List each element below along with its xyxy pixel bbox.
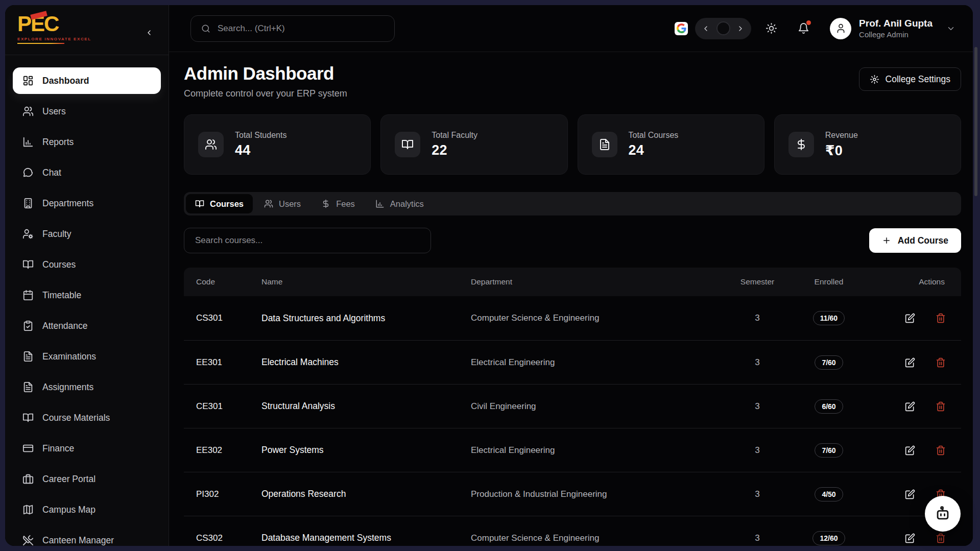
sidebar-item-examinations[interactable]: Examinations [13,343,161,370]
edit-course-button[interactable] [905,445,915,456]
edit-icon [905,445,915,456]
sidebar-item-label: Timetable [42,290,81,301]
tab-courses[interactable]: Courses [186,194,253,213]
sidebar-item-icon [22,535,34,546]
tab-label: Analytics [390,199,424,209]
stat-label: Revenue [825,131,858,140]
stats-row: Total Students 44 Total Faculty 22 [184,114,961,175]
user-icon [835,23,846,34]
stat-icon [395,132,420,157]
sidebar-item-career-portal[interactable]: Career Portal [13,466,161,492]
stat-card-total-courses: Total Courses 24 [578,114,764,175]
course-department-cell: Computer Science & Engineering [471,313,729,323]
sidebar-item-assignments[interactable]: Assignments [13,374,161,400]
tab-users[interactable]: Users [255,194,310,213]
column-header-actions: Actions [872,277,949,286]
sidebar-item-course-materials[interactable]: Course Materials [13,404,161,431]
sidebar-item-icon [22,228,34,239]
sidebar-item-label: Canteen Manager [42,535,114,546]
sidebar-item-label: Examinations [42,351,96,362]
add-course-button[interactable]: Add Course [869,228,961,253]
stat-label: Total Courses [629,131,679,140]
nav-back-button[interactable] [702,25,710,33]
sidebar-item-dashboard[interactable]: Dashboard [13,67,161,94]
sidebar-item-label: Faculty [42,229,71,239]
course-name-cell: Power Systems [261,445,471,456]
stat-label: Total Students [235,131,286,140]
course-department-cell: Civil Engineering [471,401,729,412]
sidebar-item-users[interactable]: Users [13,98,161,125]
sidebar-item-finance[interactable]: Finance [13,435,161,462]
sidebar-item-attendance[interactable]: Attendance [13,313,161,339]
sidebar-item-icon [22,320,34,331]
college-settings-button[interactable]: College Settings [859,67,961,91]
delete-course-button[interactable] [936,313,946,323]
column-header-code: Code [196,277,261,286]
edit-course-button[interactable] [905,489,915,499]
stat-card-total-faculty: Total Faculty 22 [380,114,567,175]
edit-course-button[interactable] [905,313,915,323]
edit-icon [905,357,915,368]
course-actions-cell [872,533,949,543]
sidebar-item-timetable[interactable]: Timetable [13,282,161,308]
course-semester-cell: 3 [729,401,785,412]
sidebar-item-label: Assignments [42,382,93,393]
delete-course-button[interactable] [936,533,946,543]
tab-fees[interactable]: Fees [312,194,364,213]
edit-course-button[interactable] [905,533,915,543]
course-row-ce301: CE301 Structural Analysis Civil Engineer… [184,384,961,428]
course-department-cell: Electrical Engineering [471,445,729,456]
trash-icon [936,401,946,412]
collapse-sidebar-button[interactable] [145,28,155,38]
course-search-input[interactable] [195,235,420,246]
tab-icon [264,199,273,208]
profile-menu[interactable]: Prof. Anil Gupta College Admin [830,18,955,39]
sidebar-item-reports[interactable]: Reports [13,129,161,155]
nav-forward-button[interactable] [736,25,745,33]
course-department-cell: Electrical Engineering [471,357,729,368]
sidebar-item-label: Course Materials [42,413,110,423]
sidebar-item-icon [22,167,34,178]
sidebar-item-faculty[interactable]: Faculty [13,221,161,247]
trash-icon [936,313,946,323]
sidebar-item-label: Courses [42,259,76,270]
delete-course-button[interactable] [936,401,946,412]
sidebar-item-chat[interactable]: Chat [13,159,161,186]
notifications-button[interactable] [798,22,809,34]
nav-pill [695,18,751,39]
google-favicon[interactable] [675,22,688,35]
tab-analytics[interactable]: Analytics [366,194,433,213]
sidebar-item-canteen-manager[interactable]: Canteen Manager [13,527,161,546]
sidebar-item-courses[interactable]: Courses [13,251,161,278]
stat-value: 22 [432,142,477,158]
course-actions-cell [872,357,949,368]
enrolled-badge: 12/60 [812,531,845,545]
avatar [830,18,851,39]
delete-course-button[interactable] [936,357,946,368]
sidebar-item-icon [22,351,34,362]
course-row-cs301: CS301 Data Structures and Algorithms Com… [184,296,961,340]
sidebar-item-icon [22,504,34,515]
global-search-input[interactable] [218,23,384,34]
enrolled-badge: 6/60 [815,399,843,414]
course-code-cell: CS301 [196,313,261,323]
theme-toggle-button[interactable] [766,22,777,34]
edit-course-button[interactable] [905,357,915,368]
sidebar-item-campus-map[interactable]: Campus Map [13,496,161,523]
edit-course-button[interactable] [905,401,915,412]
sidebar-item-departments[interactable]: Departments [13,190,161,217]
course-department-cell: Production & Industrial Engineering [471,489,729,499]
tab-label: Courses [210,199,244,209]
course-semester-cell: 3 [729,533,785,543]
course-semester-cell: 3 [729,489,785,499]
tabs-bar: Courses Users Fees Analytics [184,192,961,215]
nav-circle-indicator [716,21,730,35]
google-g-icon [677,23,686,33]
page-scrollbar[interactable] [974,47,977,196]
course-row-pi302: PI302 Operations Research Production & I… [184,472,961,516]
chatbot-fab-button[interactable] [925,496,961,532]
user-name: Prof. Anil Gupta [859,18,933,29]
course-code-cell: CS302 [196,533,261,543]
sidebar-item-label: Campus Map [42,505,95,515]
delete-course-button[interactable] [936,445,946,456]
